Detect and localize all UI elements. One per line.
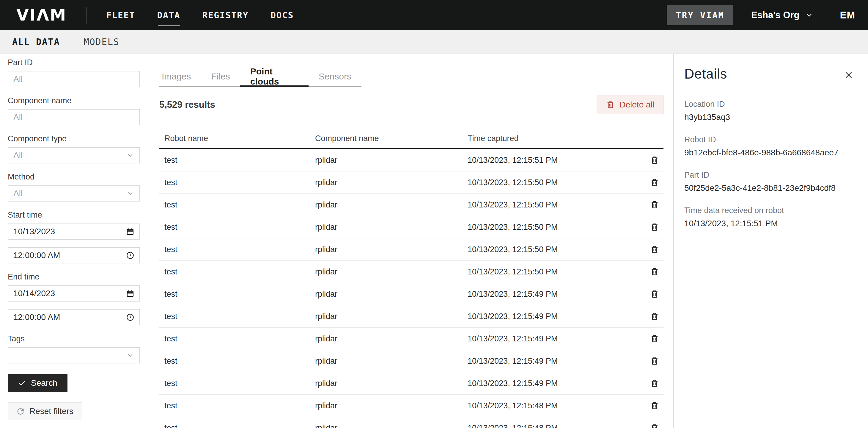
cell-robot-name: test xyxy=(159,356,315,366)
delete-row-button[interactable] xyxy=(646,155,663,165)
tab-all-data[interactable]: ALL DATA xyxy=(12,37,60,47)
clock-icon[interactable] xyxy=(126,313,135,322)
table-row[interactable]: test rplidar 10/13/2023, 12:15:50 PM xyxy=(159,261,663,283)
try-viam-button[interactable]: TRY VIAM xyxy=(667,5,733,25)
table-row[interactable]: test rplidar 10/13/2023, 12:15:48 PM xyxy=(159,395,663,417)
delete-row-button[interactable] xyxy=(646,178,663,187)
table-row[interactable]: test rplidar 10/13/2023, 12:15:50 PM xyxy=(159,171,663,194)
close-icon xyxy=(844,70,854,80)
cell-robot-name: test xyxy=(159,245,315,254)
details-title: Details xyxy=(684,66,727,82)
search-button[interactable]: Search xyxy=(8,374,67,392)
cell-robot-name: test xyxy=(159,223,315,232)
table-row[interactable]: test rplidar 10/13/2023, 12:15:51 PM xyxy=(159,149,663,171)
top-nav: VIΛM FLEET DATA REGISTRY DOCS TRY VIAM E… xyxy=(0,0,868,30)
tab-models[interactable]: MODELS xyxy=(84,37,120,47)
trash-icon xyxy=(650,401,659,410)
results-header: 5,529 results Delete all xyxy=(159,95,663,114)
delete-row-button[interactable] xyxy=(646,222,663,232)
delete-all-label: Delete all xyxy=(619,100,654,110)
tags-filter: Tags xyxy=(8,334,140,364)
tab-sensors[interactable]: Sensors xyxy=(309,67,362,86)
table-row[interactable]: test rplidar 10/13/2023, 12:15:49 PM xyxy=(159,283,663,305)
cell-component-name: rplidar xyxy=(315,334,468,343)
table-row[interactable]: test rplidar 10/13/2023, 12:15:49 PM xyxy=(159,328,663,350)
delete-row-button[interactable] xyxy=(646,267,663,277)
component-name-input[interactable] xyxy=(13,113,134,122)
nav-item-data[interactable]: DATA xyxy=(157,0,180,30)
nav-item-docs[interactable]: DOCS xyxy=(271,0,294,30)
delete-row-button[interactable] xyxy=(646,312,663,321)
cell-robot-name: test xyxy=(159,290,315,299)
chevron-down-icon xyxy=(805,11,813,19)
details-header: Details xyxy=(684,66,856,83)
end-time-filter: End time 10/14/2023 12:00:00 AM xyxy=(8,272,140,325)
reset-filters-label: Reset filters xyxy=(29,406,73,416)
table-row[interactable]: test rplidar 10/13/2023, 12:15:50 PM xyxy=(159,194,663,216)
table-row[interactable]: test rplidar 10/13/2023, 12:15:50 PM xyxy=(159,238,663,261)
delete-row-button[interactable] xyxy=(646,200,663,209)
cell-time-captured: 10/13/2023, 12:15:49 PM xyxy=(468,312,646,321)
field-value: 50f25de2-5a3c-41e2-8b81-23e2f9b4cdf8 xyxy=(684,183,856,193)
viam-logo[interactable]: VIΛM xyxy=(17,6,67,24)
start-clock-input[interactable]: 12:00:00 AM xyxy=(8,247,140,263)
end-clock-input[interactable]: 12:00:00 AM xyxy=(8,309,140,325)
tags-select[interactable] xyxy=(8,347,140,364)
start-clock-value: 12:00:00 AM xyxy=(13,251,60,260)
nav-item-registry[interactable]: REGISTRY xyxy=(203,0,249,30)
cell-robot-name: test xyxy=(159,334,315,343)
delete-row-button[interactable] xyxy=(646,356,663,366)
cell-component-name: rplidar xyxy=(315,312,468,321)
method-label: Method xyxy=(8,172,140,181)
end-date-input[interactable]: 10/14/2023 xyxy=(8,285,140,302)
table-row[interactable]: test rplidar 10/13/2023, 12:15:49 PM xyxy=(159,305,663,328)
component-type-select[interactable]: All xyxy=(8,147,140,163)
cell-component-name: rplidar xyxy=(315,401,468,410)
tab-files[interactable]: Files xyxy=(201,67,240,86)
table-row[interactable]: test rplidar 10/13/2023, 12:15:50 PM xyxy=(159,216,663,238)
org-switcher[interactable]: Esha's Org xyxy=(751,10,813,21)
delete-row-button[interactable] xyxy=(646,401,663,410)
cell-robot-name: test xyxy=(159,178,315,187)
start-date-input[interactable]: 10/13/2023 xyxy=(8,224,140,239)
search-button-label: Search xyxy=(31,378,57,388)
part-id-input[interactable] xyxy=(13,75,134,84)
column-time-captured: Time captured xyxy=(468,134,646,143)
cell-component-name: rplidar xyxy=(315,178,468,187)
part-id-input-wrap xyxy=(8,71,140,87)
table-row[interactable]: test rplidar 10/13/2023, 12:15:49 PM xyxy=(159,372,663,395)
part-id-filter: Part ID xyxy=(8,58,140,87)
user-avatar[interactable]: EM xyxy=(840,9,856,21)
cell-component-name: rplidar xyxy=(315,156,468,165)
tab-images[interactable]: Images xyxy=(159,67,201,86)
chevron-down-icon xyxy=(126,351,134,359)
trash-icon xyxy=(650,222,659,232)
method-select[interactable]: All xyxy=(8,186,140,201)
nav-item-fleet[interactable]: FLEET xyxy=(106,0,135,30)
delete-all-button[interactable]: Delete all xyxy=(597,95,663,114)
delete-row-button[interactable] xyxy=(646,245,663,254)
table-row[interactable]: test rplidar 10/13/2023, 12:15:49 PM xyxy=(159,350,663,372)
calendar-icon[interactable] xyxy=(126,289,135,298)
cell-robot-name: test xyxy=(159,424,315,428)
chevron-down-icon xyxy=(126,190,134,197)
data-type-tabs: Images Files Point clouds Sensors xyxy=(159,67,362,87)
trash-icon xyxy=(650,312,659,321)
calendar-icon[interactable] xyxy=(126,227,135,236)
trash-icon xyxy=(650,379,659,388)
delete-row-button[interactable] xyxy=(646,423,663,428)
cell-time-captured: 10/13/2023, 12:15:51 PM xyxy=(468,156,646,165)
clock-icon[interactable] xyxy=(126,251,135,260)
delete-row-button[interactable] xyxy=(646,379,663,388)
table-row[interactable]: test rplidar 10/13/2023, 12:15:48 PM xyxy=(159,417,663,428)
trash-icon xyxy=(650,289,659,299)
field-label: Part ID xyxy=(684,171,856,180)
delete-row-button[interactable] xyxy=(646,334,663,343)
reset-filters-button[interactable]: Reset filters xyxy=(8,402,82,420)
close-details-button[interactable] xyxy=(841,67,856,83)
delete-row-button[interactable] xyxy=(646,289,663,299)
cell-component-name: rplidar xyxy=(315,356,468,366)
cell-robot-name: test xyxy=(159,312,315,321)
field-value: 9b12ebcf-bfe8-486e-988b-6a668648aee7 xyxy=(684,148,856,158)
tab-point-clouds[interactable]: Point clouds xyxy=(240,67,309,86)
